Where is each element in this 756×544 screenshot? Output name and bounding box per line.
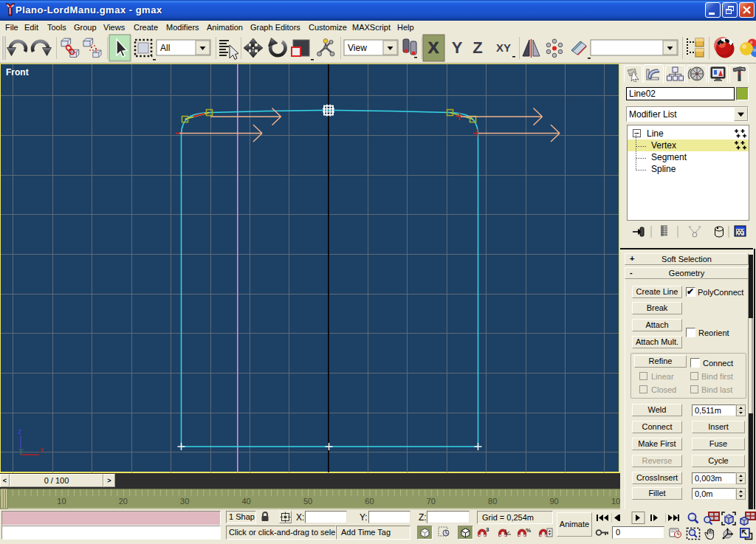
svg-text:3: 3 <box>486 526 489 533</box>
svg-text:z: z <box>18 427 22 435</box>
svg-text:All: All <box>160 43 170 53</box>
svg-text:20: 20 <box>119 497 128 506</box>
svg-text:x: x <box>40 445 44 454</box>
svg-text:80: 80 <box>488 497 497 506</box>
svg-text:40: 40 <box>241 497 250 506</box>
svg-text:y: y <box>19 446 24 455</box>
svg-text:X: X <box>428 38 439 57</box>
svg-text:Y: Y <box>452 38 463 57</box>
svg-text:50: 50 <box>303 497 312 506</box>
svg-text:Z: Z <box>472 38 482 57</box>
svg-text:Front: Front <box>6 67 29 78</box>
svg-text:%: % <box>526 527 531 534</box>
svg-text:10: 10 <box>57 497 66 506</box>
svg-text:View: View <box>348 43 367 53</box>
svg-text:70: 70 <box>427 497 436 506</box>
svg-text:30: 30 <box>180 497 189 506</box>
svg-text:10: 10 <box>611 497 620 506</box>
svg-text:XY: XY <box>496 41 511 54</box>
svg-text:60: 60 <box>365 497 374 506</box>
svg-text:90: 90 <box>549 497 558 506</box>
